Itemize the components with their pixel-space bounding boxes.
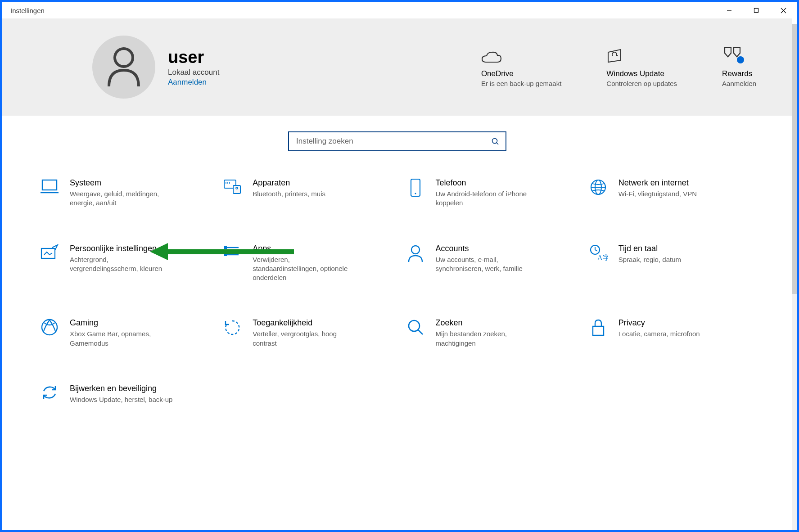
status-title: Windows Update	[606, 69, 677, 78]
tile-desc: Mijn bestanden zoeken, machtigingen	[436, 329, 539, 348]
tile-desc: Xbox Game Bar, opnames, Gamemodus	[70, 329, 173, 348]
status-windows-update[interactable]: Windows Update Controleren op updates	[606, 46, 677, 88]
apps-icon	[221, 244, 244, 266]
status-rewards[interactable]: Rewards Aanmelden	[722, 46, 756, 88]
phone-icon	[404, 178, 427, 201]
svg-point-33	[42, 320, 57, 335]
status-sub: Aanmelden	[722, 79, 756, 88]
person-icon	[106, 47, 141, 87]
content: user Lokaal account Aanmelden OneDrive E…	[2, 18, 792, 530]
tile-apps[interactable]: AppsVerwijderen, standaardinstellingen, …	[221, 244, 390, 283]
window-title: Instellingen	[10, 7, 45, 14]
tile-desc: Achtergrond, vergrendelingsscherm, kleur…	[70, 255, 173, 274]
cloud-icon	[481, 46, 561, 64]
tile-title: Persoonlijke instellingen	[70, 244, 173, 253]
tile-desc: Windows Update, herstel, back-up	[70, 395, 172, 404]
status-sub: Er is een back-up gemaakt	[481, 79, 561, 88]
svg-rect-25	[224, 246, 227, 249]
status-group: OneDrive Er is een back-up gemaakt Windo…	[481, 46, 756, 88]
tile-personalization[interactable]: Persoonlijke instellingenAchtergrond, ve…	[38, 244, 208, 283]
svg-point-34	[409, 320, 420, 331]
tile-desc: Locatie, camera, microfoon	[618, 329, 700, 338]
search-input[interactable]	[295, 136, 491, 146]
tile-desc: Bluetooth, printers, muis	[253, 189, 325, 198]
tile-title: Netwerk en internet	[618, 178, 697, 188]
tile-title: Bijwerken en beveiliging	[70, 384, 172, 393]
titlebar: Instellingen	[2, 2, 797, 18]
svg-rect-36	[593, 326, 604, 335]
tile-title: Tijd en taal	[618, 244, 681, 253]
gaming-icon	[38, 318, 61, 341]
svg-rect-1	[754, 9, 758, 13]
svg-rect-27	[224, 253, 227, 256]
status-sub: Controleren op updates	[606, 79, 677, 88]
svg-point-17	[415, 193, 416, 194]
tile-system[interactable]: SysteemWeergave, geluid, meldingen, ener…	[38, 178, 208, 208]
tile-devices[interactable]: ApparatenBluetooth, printers, muis	[221, 178, 390, 208]
tile-accounts[interactable]: AccountsUw accounts, e-mail, synchronise…	[404, 244, 573, 283]
avatar[interactable]	[92, 36, 155, 99]
svg-rect-8	[42, 180, 57, 190]
tile-network[interactable]: Netwerk en internetWi-Fi, vliegtuigstand…	[587, 178, 756, 208]
scrollbar-thumb[interactable]	[792, 24, 797, 294]
account-banner: user Lokaal account Aanmelden OneDrive E…	[2, 18, 792, 116]
minimize-button[interactable]	[716, 2, 743, 18]
tile-title: Apps	[253, 244, 356, 253]
accessibility-icon	[221, 318, 244, 341]
maximize-icon	[754, 8, 759, 13]
account-type: Lokaal account	[168, 68, 219, 77]
laptop-icon	[38, 178, 61, 201]
svg-rect-14	[233, 185, 240, 194]
user-name: user	[168, 48, 219, 67]
svg-rect-26	[224, 250, 227, 252]
tile-title: Zoeken	[436, 318, 539, 328]
tile-title: Gaming	[70, 318, 173, 328]
search-icon	[491, 137, 499, 145]
svg-line-7	[497, 143, 499, 145]
time-language-icon: A字	[587, 244, 609, 266]
tile-accessibility[interactable]: ToegankelijkheidVerteller, vergrootglas,…	[221, 318, 390, 348]
scrollbar[interactable]	[792, 24, 797, 530]
tile-desc: Spraak, regio, datum	[618, 255, 681, 264]
svg-point-5	[737, 56, 744, 63]
personalization-icon	[38, 244, 61, 266]
search-row	[2, 116, 792, 178]
rewards-icon	[722, 46, 756, 64]
tile-desc: Uw Android-telefoon of iPhone koppelen	[436, 189, 539, 208]
tile-update-security[interactable]: Bijwerken en beveiligingWindows Update, …	[38, 384, 208, 406]
lock-icon	[587, 318, 609, 341]
user-block: user Lokaal account Aanmelden	[168, 48, 219, 87]
svg-line-35	[418, 330, 423, 334]
svg-point-6	[492, 139, 497, 144]
maximize-button[interactable]	[743, 2, 770, 18]
tile-title: Toegankelijkheid	[253, 318, 356, 328]
sync-icon	[38, 384, 61, 406]
tile-desc: Weergave, geluid, meldingen, energie, aa…	[70, 189, 173, 208]
tile-time-language[interactable]: A字 Tijd en taalSpraak, regio, datum	[587, 244, 756, 283]
tile-privacy[interactable]: PrivacyLocatie, camera, microfoon	[587, 318, 756, 348]
update-icon	[606, 46, 677, 64]
svg-text:A字: A字	[597, 254, 608, 261]
search-box[interactable]	[288, 131, 506, 151]
tile-desc: Wi-Fi, vliegtuigstand, VPN	[618, 189, 697, 198]
tile-title: Accounts	[436, 244, 539, 253]
status-title: Rewards	[722, 69, 756, 78]
settings-window: Instellingen user Lokaal accoun	[2, 2, 797, 530]
minimize-icon	[727, 8, 732, 13]
status-onedrive[interactable]: OneDrive Er is een back-up gemaakt	[481, 46, 561, 88]
tile-phone[interactable]: TelefoonUw Android-telefoon of iPhone ko…	[404, 178, 573, 208]
tile-title: Telefoon	[436, 178, 539, 188]
svg-line-31	[595, 250, 597, 251]
tile-gaming[interactable]: GamingXbox Game Bar, opnames, Gamemodus	[38, 318, 208, 348]
tile-title: Systeem	[70, 178, 173, 188]
settings-tiles: SysteemWeergave, geluid, meldingen, ener…	[2, 178, 792, 406]
sign-in-link[interactable]: Aanmelden	[168, 78, 219, 87]
tile-title: Apparaten	[253, 178, 325, 188]
close-button[interactable]	[770, 2, 797, 18]
accounts-icon	[404, 244, 427, 266]
close-icon	[781, 8, 786, 14]
devices-icon	[221, 178, 244, 201]
svg-point-4	[115, 49, 133, 67]
globe-icon	[587, 178, 609, 201]
tile-search[interactable]: ZoekenMijn bestanden zoeken, machtiginge…	[404, 318, 573, 348]
